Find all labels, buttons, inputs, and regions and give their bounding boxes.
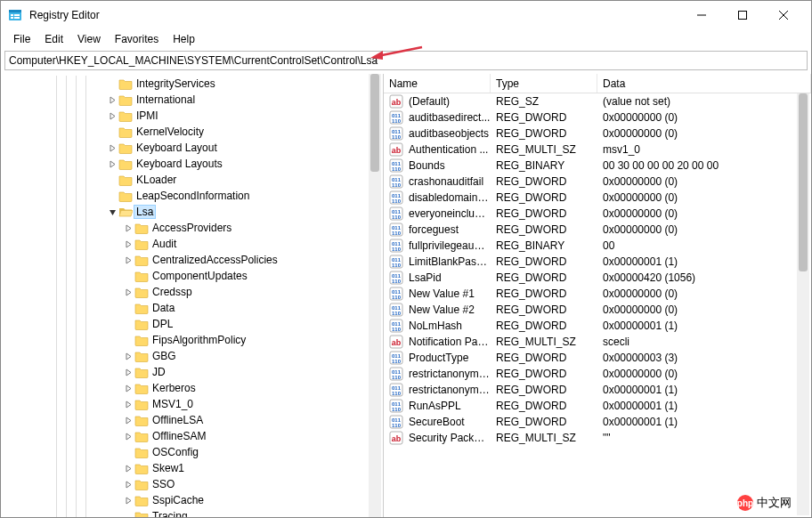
tree-item[interactable]: Credssp (4, 284, 383, 300)
value-row[interactable]: abSecurity PackagesREG_MULTI_SZ"" (384, 430, 811, 446)
folder-icon (134, 334, 149, 346)
svg-rect-2 (11, 14, 13, 16)
main-split: IntegrityServicesInternationalIPMIKernel… (1, 74, 811, 517)
expand-icon[interactable] (122, 497, 134, 505)
value-row[interactable]: 011110auditbasedirect...REG_DWORD0x00000… (384, 109, 811, 125)
tree-item[interactable]: Data (4, 300, 383, 316)
value-row[interactable]: 011110RunAsPPLREG_DWORD0x00000001 (1) (384, 398, 811, 414)
value-row[interactable]: 011110New Value #1REG_DWORD0x00000000 (0… (384, 286, 811, 302)
expand-icon[interactable] (122, 224, 134, 232)
value-row[interactable]: 011110ProductTypeREG_DWORD0x00000003 (3) (384, 350, 811, 366)
expand-icon[interactable] (122, 352, 134, 360)
tree-item[interactable]: OfflineSAM (4, 428, 383, 444)
expand-icon[interactable] (122, 288, 134, 296)
minimize-button[interactable] (681, 1, 722, 29)
value-row[interactable]: abNotification Pac...REG_MULTI_SZscecli (384, 334, 811, 350)
value-row[interactable]: 011110BoundsREG_BINARY00 30 00 00 00 20 … (384, 158, 811, 174)
tree-item[interactable]: Kerberos (4, 380, 383, 396)
menu-favorites[interactable]: Favorites (108, 31, 166, 47)
menu-help[interactable]: Help (166, 31, 202, 47)
expand-icon[interactable] (106, 96, 118, 104)
tree-item[interactable]: ComponentUpdates (4, 268, 383, 284)
expand-icon[interactable] (106, 160, 118, 168)
tree-item[interactable]: KLoader (4, 172, 383, 188)
tree-item[interactable]: CentralizedAccessPolicies (4, 252, 383, 268)
tree-item[interactable]: GBG (4, 348, 383, 364)
tree-pane[interactable]: IntegrityServicesInternationalIPMIKernel… (1, 74, 384, 517)
value-row[interactable]: 011110forceguestREG_DWORD0x00000000 (0) (384, 222, 811, 238)
tree-item[interactable]: MSV1_0 (4, 396, 383, 412)
value-row[interactable]: 011110restrictanonymo...REG_DWORD0x00000… (384, 382, 811, 398)
tree-item[interactable]: KernelVelocity (4, 124, 383, 140)
menu-file[interactable]: File (6, 31, 37, 47)
tree-item[interactable]: AccessProviders (4, 220, 383, 236)
values-pane[interactable]: Name Type Data ab(Default)REG_SZ(value n… (384, 74, 811, 517)
expand-icon[interactable] (122, 417, 134, 425)
value-name: Authentication ... (405, 143, 491, 156)
value-name: auditbaseobjects (405, 127, 491, 140)
tree-scrollbar[interactable] (369, 74, 381, 517)
expand-icon[interactable] (122, 384, 134, 393)
value-row[interactable]: 011110disabledomainc...REG_DWORD0x000000… (384, 190, 811, 206)
value-row[interactable]: 011110SecureBootREG_DWORD0x00000001 (1) (384, 414, 811, 430)
value-type-icon: 011110 (387, 223, 405, 237)
value-row[interactable]: 011110LimitBlankPass...REG_DWORD0x000000… (384, 254, 811, 270)
close-button[interactable] (763, 1, 804, 29)
tree-item[interactable]: SSO (4, 476, 383, 492)
value-row[interactable]: ab(Default)REG_SZ(value not set) (384, 93, 811, 109)
tree-label: OfflineSAM (150, 430, 207, 442)
expand-icon[interactable] (106, 112, 118, 120)
tree-item[interactable]: OfflineLSA (4, 412, 383, 428)
value-type: REG_DWORD (491, 127, 597, 140)
expand-icon[interactable] (122, 481, 134, 489)
value-row[interactable]: 011110LsaPidREG_DWORD0x00000420 (1056) (384, 270, 811, 286)
expand-icon[interactable] (122, 256, 134, 264)
tree-item[interactable]: SspiCache (4, 492, 383, 508)
tree-item[interactable]: Tracing (4, 508, 383, 517)
expand-icon[interactable] (122, 465, 134, 473)
maximize-button[interactable] (722, 1, 763, 29)
value-row[interactable]: 011110restrictanonymo...REG_DWORD0x00000… (384, 366, 811, 382)
value-row[interactable]: 011110NoLmHashREG_DWORD0x00000001 (1) (384, 318, 811, 334)
menu-edit[interactable]: Edit (37, 31, 70, 47)
tree-item[interactable]: Keyboard Layout (4, 140, 383, 156)
tree-item[interactable]: Keyboard Layouts (4, 156, 383, 172)
scrollbar-thumb[interactable] (799, 93, 808, 271)
value-data: 0x00000000 (0) (597, 223, 811, 236)
tree-item[interactable]: Skew1 (4, 460, 383, 476)
folder-icon (134, 414, 149, 426)
value-row[interactable]: 011110crashonauditfailREG_DWORD0x0000000… (384, 174, 811, 190)
tree-item[interactable]: International (4, 92, 383, 108)
tree-item[interactable]: LeapSecondInformation (4, 188, 383, 204)
tree-label: ComponentUpdates (150, 270, 249, 282)
tree-item[interactable]: FipsAlgorithmPolicy (4, 332, 383, 348)
tree-item[interactable]: Lsa (4, 204, 383, 220)
tree-item[interactable]: IPMI (4, 108, 383, 124)
value-row[interactable]: abAuthentication ...REG_MULTI_SZmsv1_0 (384, 142, 811, 158)
window-controls (681, 1, 804, 29)
tree-item[interactable]: IntegrityServices (4, 76, 383, 92)
svg-text:110: 110 (392, 214, 402, 220)
value-row[interactable]: 011110fullprivilegeaudi...REG_BINARY00 (384, 238, 811, 254)
expand-icon[interactable] (122, 433, 134, 441)
tree-label: GBG (150, 350, 178, 362)
expand-icon[interactable] (106, 144, 118, 152)
col-name[interactable]: Name (384, 74, 491, 93)
value-row[interactable]: 011110everyoneinclude...REG_DWORD0x00000… (384, 206, 811, 222)
expand-icon[interactable] (106, 208, 118, 216)
expand-icon[interactable] (122, 240, 134, 248)
value-row[interactable]: 011110New Value #2REG_DWORD0x00000000 (0… (384, 302, 811, 318)
values-scrollbar[interactable] (797, 93, 809, 515)
col-type[interactable]: Type (491, 74, 597, 93)
expand-icon[interactable] (122, 368, 134, 376)
tree-item[interactable]: Audit (4, 236, 383, 252)
menu-view[interactable]: View (70, 31, 108, 47)
tree-item[interactable]: DPL (4, 316, 383, 332)
value-row[interactable]: 011110auditbaseobjectsREG_DWORD0x0000000… (384, 125, 811, 142)
scrollbar-thumb[interactable] (370, 74, 379, 172)
tree-item[interactable]: OSConfig (4, 444, 383, 460)
tree-item[interactable]: JD (4, 364, 383, 380)
tree-label: Audit (150, 238, 178, 250)
col-data[interactable]: Data (597, 74, 811, 93)
expand-icon[interactable] (122, 401, 134, 409)
